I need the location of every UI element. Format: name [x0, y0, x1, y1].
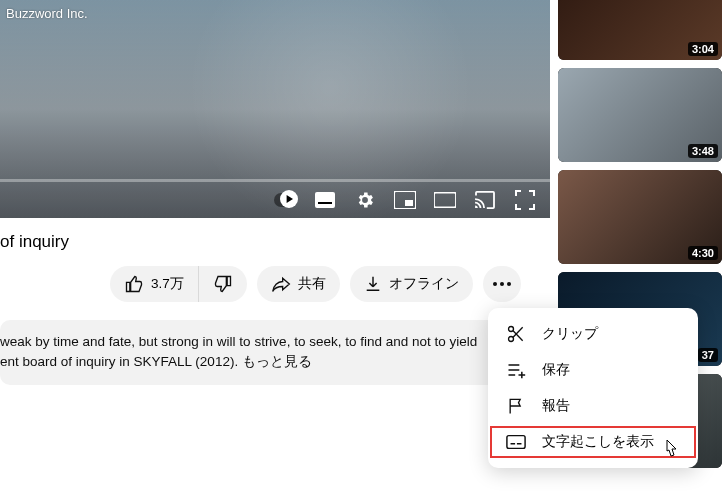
share-button[interactable]: 共有: [257, 266, 340, 302]
menu-clip-label: クリップ: [542, 325, 598, 343]
subtitles-icon[interactable]: [314, 189, 336, 211]
more-icon: [493, 282, 511, 286]
share-icon: [271, 275, 291, 293]
svg-rect-4: [434, 193, 456, 208]
thumb-down-icon: [213, 274, 233, 294]
action-row: 3.7万 共有 オフライン: [0, 266, 550, 302]
svg-point-9: [509, 337, 514, 342]
svg-rect-10: [507, 436, 525, 449]
download-icon: [364, 275, 382, 293]
description-line1: weak by time and fate, but strong in wil…: [0, 334, 477, 349]
duration-badge: 4:30: [688, 246, 718, 260]
menu-report[interactable]: 報告: [488, 388, 698, 424]
thumb-up-icon: [124, 274, 144, 294]
svg-point-5: [493, 282, 497, 286]
svg-point-8: [509, 327, 514, 332]
show-more[interactable]: もっと見る: [242, 354, 312, 369]
theater-icon[interactable]: [434, 189, 456, 211]
channel-name: Buzzword Inc.: [6, 6, 88, 21]
duration-badge: 3:48: [688, 144, 718, 158]
dislike-button[interactable]: [199, 266, 247, 302]
description-box[interactable]: weak by time and fate, but strong in wil…: [0, 320, 550, 385]
menu-save-label: 保存: [542, 361, 570, 379]
svg-point-7: [507, 282, 511, 286]
transcript-icon: [506, 432, 526, 452]
duration-badge: 3:04: [688, 42, 718, 56]
sidebar-thumbnail[interactable]: 3:48: [558, 68, 722, 162]
download-label: オフライン: [389, 275, 459, 293]
flag-icon: [506, 396, 526, 416]
settings-icon[interactable]: [354, 189, 376, 211]
menu-clip[interactable]: クリップ: [488, 316, 698, 352]
svg-rect-0: [315, 192, 335, 208]
player-controls: [0, 182, 550, 218]
scissors-icon: [506, 324, 526, 344]
more-actions-button[interactable]: [483, 266, 521, 302]
svg-rect-3: [405, 200, 413, 206]
like-dislike-group: 3.7万: [110, 266, 247, 302]
like-count: 3.7万: [151, 275, 184, 293]
menu-transcript-label: 文字起こしを表示: [542, 433, 654, 451]
menu-report-label: 報告: [542, 397, 570, 415]
like-button[interactable]: 3.7万: [110, 266, 198, 302]
miniplayer-icon[interactable]: [394, 189, 416, 211]
svg-point-6: [500, 282, 504, 286]
duration-badge: 37: [698, 348, 718, 362]
sidebar-thumbnail[interactable]: 4:30: [558, 170, 722, 264]
fullscreen-icon[interactable]: [514, 189, 536, 211]
more-actions-menu: クリップ 保存 報告 文字起こしを表示: [488, 308, 698, 468]
svg-rect-1: [318, 202, 332, 204]
cast-icon[interactable]: [474, 189, 496, 211]
share-label: 共有: [298, 275, 326, 293]
video-title: of inquiry: [0, 218, 550, 266]
download-button[interactable]: オフライン: [350, 266, 473, 302]
video-player[interactable]: Buzzword Inc.: [0, 0, 550, 218]
playlist-add-icon: [506, 360, 526, 380]
autoplay-toggle[interactable]: [274, 189, 296, 211]
menu-transcript[interactable]: 文字起こしを表示: [488, 424, 698, 460]
sidebar-thumbnail[interactable]: 3:04: [558, 0, 722, 60]
description-line2: ent board of inquiry in SKYFALL (2012).: [0, 354, 242, 369]
menu-save[interactable]: 保存: [488, 352, 698, 388]
